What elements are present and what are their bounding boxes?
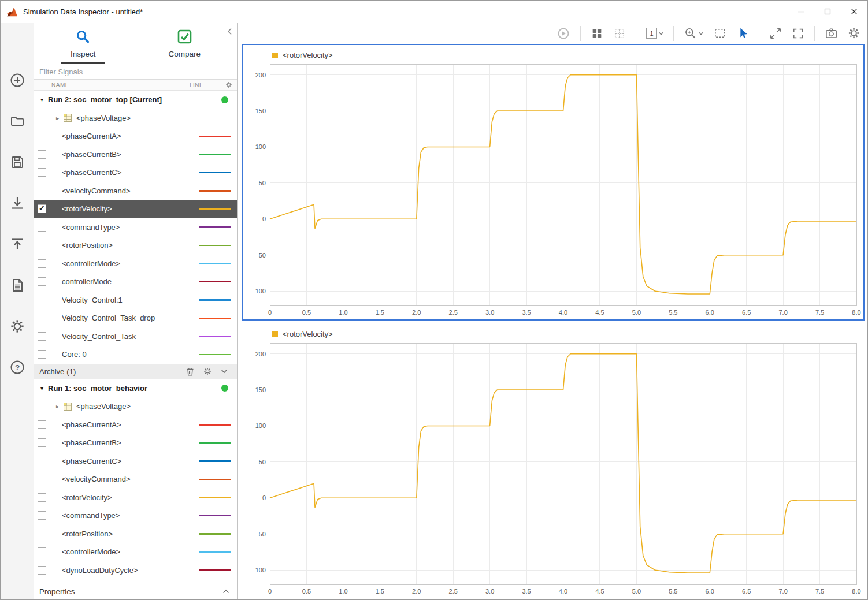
subplot-grid-icon[interactable] [613,27,626,40]
signal-checkbox[interactable] [38,511,46,520]
plot[interactable]: 00.51.01.52.02.53.03.54.04.55.05.56.06.5… [243,61,863,319]
line-color-swatch[interactable] [199,551,231,553]
signal-row[interactable]: <phaseCurrentA> [34,416,237,434]
signal-checkbox[interactable] [38,259,46,268]
trash-icon[interactable] [186,367,194,376]
signal-row[interactable]: <velocityCommand> [34,182,237,200]
signal-row[interactable]: controllerMode [34,273,237,291]
zoom-region-icon[interactable] [713,27,726,40]
replay-icon[interactable] [557,27,570,40]
plot[interactable]: 00.51.01.52.02.53.03.54.04.55.05.56.06.5… [243,340,863,598]
signal-group-row[interactable]: ▸<phaseVoltage> [34,397,237,416]
signal-row[interactable]: <rotorPosition> [34,236,237,255]
collapse-panel-icon[interactable] [227,27,232,38]
signal-row[interactable]: <rotorPosition> [34,525,237,543]
line-color-swatch[interactable] [199,172,231,174]
line-color-swatch[interactable] [199,424,231,426]
open-folder-icon[interactable] [9,113,25,129]
help-icon[interactable]: ? [9,359,25,375]
signal-checkbox[interactable] [38,475,46,483]
signal-checkbox[interactable] [38,314,46,322]
report-icon[interactable] [9,277,25,293]
line-color-swatch[interactable] [199,245,231,247]
signal-checkbox[interactable] [38,277,46,286]
expand-group-icon[interactable]: ▸ [56,403,59,409]
signal-checkbox[interactable] [38,438,46,447]
settings-gear-icon[interactable] [848,27,860,39]
line-color-swatch[interactable] [199,442,231,444]
line-color-swatch[interactable] [199,497,231,498]
line-color-swatch[interactable] [199,515,231,517]
signal-row[interactable]: <phaseCurrentC> [34,163,237,182]
signal-row[interactable]: <phaseCurrentA> [34,127,237,146]
signal-row[interactable]: <phaseCurrentB> [34,146,237,164]
tab-inspect[interactable]: Inspect [61,24,105,64]
line-color-swatch[interactable] [199,136,231,137]
column-settings-icon[interactable] [225,81,237,88]
run-header[interactable]: ▾Run 2: soc_motor_top [Current] [34,91,237,109]
snapshot-camera-icon[interactable] [825,27,838,40]
subplot-2[interactable]: <rotorVelocity>00.51.01.52.02.53.03.54.0… [242,323,865,599]
close-icon[interactable] [841,1,867,23]
properties-bar[interactable]: Properties [34,583,237,599]
signal-row[interactable]: <velocityCommand> [34,470,237,489]
line-color-swatch[interactable] [199,479,231,480]
signal-row[interactable]: Velocity_Control_Task [34,327,237,346]
import-icon[interactable] [9,195,25,211]
signal-checkbox[interactable] [38,150,46,159]
signal-row[interactable]: <dynoLoadDutyCycle> [34,561,237,580]
line-color-swatch[interactable] [199,318,231,319]
filter-signals-input[interactable] [34,68,237,76]
signal-checkbox[interactable] [38,566,46,575]
layout-grid-icon[interactable] [591,27,603,40]
line-color-swatch[interactable] [199,226,231,228]
signal-row[interactable]: <commandType> [34,506,237,525]
fit-to-view-icon[interactable] [769,27,782,40]
line-color-swatch[interactable] [199,299,231,301]
chevron-down-icon[interactable] [221,369,228,374]
preferences-gear-icon[interactable] [9,318,25,334]
signal-row[interactable]: <controllerMode> [34,255,237,273]
signal-row[interactable]: Velocity_Control:1 [34,291,237,310]
line-color-swatch[interactable] [199,460,231,462]
signal-checkbox[interactable] [38,493,46,502]
expand-group-icon[interactable]: ▸ [56,115,59,121]
signal-checkbox[interactable] [38,332,46,341]
signal-checkbox[interactable] [38,547,46,556]
signal-checkbox[interactable] [38,296,46,304]
line-color-swatch[interactable] [199,533,231,535]
export-icon[interactable] [9,236,25,252]
signal-checkbox[interactable] [38,187,46,195]
signal-row[interactable]: <rotorVelocity> [34,489,237,507]
line-color-swatch[interactable] [199,336,231,337]
line-color-swatch[interactable] [199,154,231,155]
signal-checkbox[interactable] [38,350,46,359]
signal-row[interactable]: <commandType> [34,218,237,237]
line-color-swatch[interactable] [199,569,231,571]
signal-checkbox[interactable] [38,168,46,177]
signal-row[interactable]: <controllerMode> [34,543,237,561]
zoom-icon[interactable] [684,27,703,40]
line-color-swatch[interactable] [199,281,231,283]
save-icon[interactable] [9,154,25,170]
signal-checkbox[interactable] [38,132,46,140]
signal-checkbox[interactable] [38,420,46,429]
archive-gear-icon[interactable] [203,367,212,375]
line-color-swatch[interactable] [199,263,231,264]
signal-checkbox[interactable] [38,204,46,213]
subplot-1[interactable]: <rotorVelocity>00.51.01.52.02.53.03.54.0… [242,44,865,321]
signal-checkbox[interactable] [38,457,46,465]
maximize-icon[interactable] [814,1,841,23]
line-color-swatch[interactable] [199,354,231,356]
tab-compare[interactable]: Compare [159,24,210,64]
subplot-selector[interactable]: 1 [646,28,663,39]
line-color-swatch[interactable] [199,208,231,210]
signal-row[interactable]: <rotorVelocity> [34,200,237,218]
signal-checkbox[interactable] [38,223,46,232]
run-header[interactable]: ▾Run 1: soc_motor_behavior [34,379,237,398]
signal-group-row[interactable]: ▸<phaseVoltage> [34,109,237,128]
signal-row[interactable]: Core: 0 [34,345,237,364]
minimize-icon[interactable] [788,1,814,23]
add-icon[interactable] [9,72,25,88]
fullscreen-icon[interactable] [792,27,804,40]
